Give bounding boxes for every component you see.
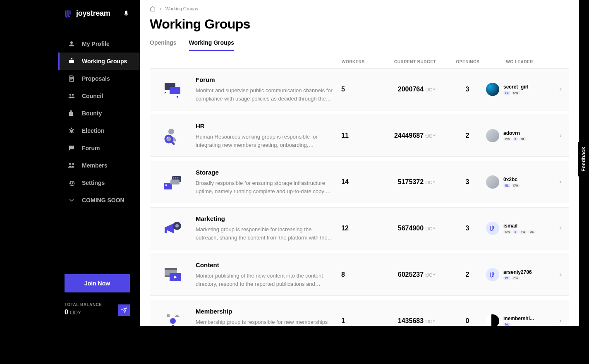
group-workers: 5 — [341, 86, 383, 93]
group-icon — [161, 126, 185, 146]
chevron-icon — [68, 196, 75, 204]
briefcase-icon — [68, 57, 75, 65]
sidebar-item-coming-soon[interactable]: COMING SOON — [58, 192, 140, 209]
user-icon — [68, 40, 75, 48]
group-budget: 5674900 tJOY — [383, 225, 449, 232]
nav-label: Forum — [82, 145, 100, 151]
nav-label: Proposals — [82, 75, 110, 82]
group-row-marketing[interactable]: Marketing Marketing group is responsible… — [150, 207, 569, 249]
group-leader: 0x2bc SLDW — [486, 175, 552, 189]
nav-label: Election — [82, 127, 104, 134]
group-openings: 3 — [449, 178, 486, 186]
group-name: Forum — [196, 76, 333, 83]
avatar — [486, 129, 499, 142]
leader-name: ismail — [503, 223, 536, 229]
group-openings: 3 — [449, 225, 486, 232]
group-icon — [68, 162, 75, 169]
group-row-hr[interactable]: HR Human Resources working group is resp… — [150, 115, 569, 157]
chat-icon — [68, 144, 75, 152]
chevron-right-icon — [552, 133, 569, 139]
svg-point-19 — [170, 318, 176, 324]
group-row-content[interactable]: Content Monitor publishing of the new co… — [150, 254, 569, 296]
join-button[interactable]: Join Now — [65, 274, 130, 292]
group-name: Membership — [196, 308, 333, 315]
sidebar-header: joystream — [0, 0, 140, 27]
feedback-tab[interactable]: Feedback — [578, 142, 589, 177]
bell-icon[interactable] — [122, 10, 130, 17]
home-icon[interactable] — [150, 6, 156, 12]
sidebar-item-forum[interactable]: Forum — [58, 139, 140, 157]
nav-label: COMING SOON — [82, 197, 125, 204]
balance-value: 0 tJOY — [65, 309, 102, 316]
sidebar-item-members[interactable]: Members — [58, 157, 140, 174]
svg-rect-16 — [165, 268, 177, 270]
group-name: Marketing — [196, 215, 333, 222]
group-leader: ismail OW2FWOL — [486, 222, 552, 235]
group-leader: membershi... ML — [486, 314, 552, 326]
groups-list: Forum Monitor and supervise public commu… — [140, 68, 579, 326]
badges: ML — [503, 323, 534, 326]
group-row-forum[interactable]: Forum Monitor and supervise public commu… — [150, 68, 569, 110]
avatar — [486, 268, 499, 281]
group-name: HR — [196, 122, 333, 129]
nav-label: Settings — [82, 180, 105, 186]
group-desc: Human Resources working group is respons… — [196, 133, 333, 149]
svg-rect-0 — [71, 130, 73, 133]
group-icon — [161, 172, 185, 192]
nav-label: My Profile — [82, 41, 110, 47]
group-desc: Monitor and supervise public communicati… — [196, 86, 333, 103]
sidebar-item-my-profile[interactable]: My Profile — [58, 35, 140, 53]
sidebar-item-proposals[interactable]: Proposals — [58, 70, 140, 87]
group-workers: 11 — [341, 132, 383, 139]
svg-rect-2 — [170, 87, 180, 94]
group-icon: ? — [161, 311, 185, 326]
chevron-right-icon — [552, 272, 569, 278]
svg-point-3 — [168, 129, 174, 134]
col-workers: WORKERS — [342, 60, 383, 64]
breadcrumb-current[interactable]: Working Groups — [165, 6, 198, 11]
sidebar-item-election[interactable]: Election — [58, 122, 140, 139]
tab-openings[interactable]: Openings — [150, 39, 177, 51]
group-desc: Broadly responsible for ensuring storage… — [196, 179, 333, 195]
badges: FLOW — [503, 91, 529, 95]
svg-rect-6 — [165, 184, 167, 186]
sidebar-item-bounty[interactable]: Bounty — [58, 105, 140, 122]
sidebar: joystream My ProfileWorking GroupsPropos… — [0, 0, 140, 326]
nav-label: Working Groups — [82, 58, 127, 65]
group-name: Content — [196, 261, 333, 268]
breadcrumb-sep: › — [160, 6, 161, 11]
avatar — [486, 83, 499, 96]
balance-label: TOTAL BALANCE — [65, 302, 102, 307]
svg-point-10 — [177, 177, 179, 179]
avatar — [486, 222, 499, 235]
doc-icon — [68, 75, 75, 82]
sidebar-item-working-groups[interactable]: Working Groups — [58, 53, 140, 70]
avatar — [486, 314, 499, 326]
send-icon — [121, 307, 127, 313]
sidebar-item-settings[interactable]: Settings — [58, 174, 140, 192]
group-row-storage[interactable]: Storage Broadly responsible for ensuring… — [150, 161, 569, 203]
tabs: OpeningsWorking Groups — [140, 32, 579, 51]
group-workers: 12 — [341, 225, 383, 232]
group-budget: 24449687 tJOY — [383, 132, 449, 139]
send-button[interactable] — [118, 304, 130, 316]
sidebar-item-council[interactable]: Council — [58, 87, 140, 105]
logo[interactable]: joystream — [65, 9, 110, 18]
nav: My ProfileWorking GroupsProposalsCouncil… — [0, 27, 140, 274]
leader-name: arseniy2706 — [503, 269, 532, 275]
chevron-right-icon — [552, 318, 569, 324]
group-row-membership[interactable]: ? Membership Membership group is respons… — [150, 300, 569, 326]
badges: OW2FWOL — [503, 230, 536, 234]
group-openings: 3 — [449, 86, 486, 93]
group-leader: arseniy2706 CLCW — [486, 268, 552, 281]
svg-marker-22 — [175, 314, 180, 317]
svg-text:?: ? — [171, 324, 175, 326]
group-workers: 14 — [341, 178, 383, 186]
group-desc: Monitor publishing of the new content in… — [196, 272, 333, 288]
avatar — [486, 175, 499, 189]
nav-label: Bounty — [82, 110, 102, 117]
svg-rect-12 — [165, 229, 167, 233]
tab-working-groups[interactable]: Working Groups — [189, 39, 234, 51]
group-budget: 2000764 tJOY — [383, 86, 449, 93]
logo-text: joystream — [76, 9, 110, 18]
